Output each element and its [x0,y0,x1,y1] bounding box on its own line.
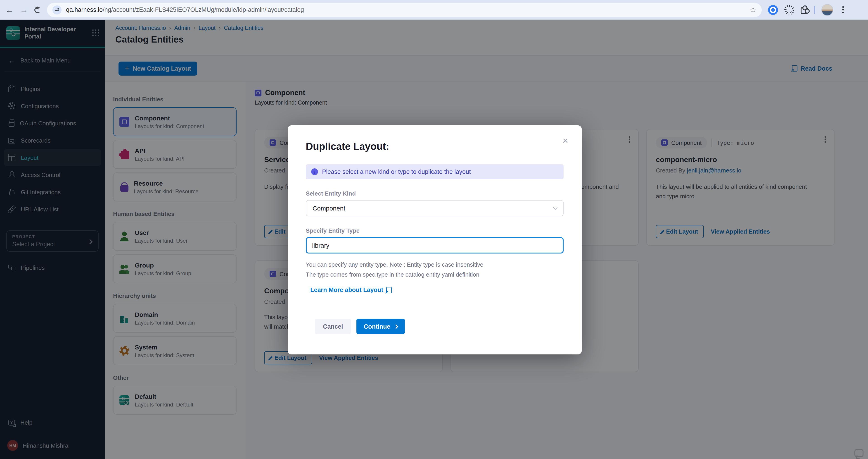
reload-icon[interactable] [34,6,41,13]
app-window: Internal Developer Portal ← Back to Main… [0,20,868,459]
entity-type-input[interactable] [306,237,564,254]
entity-kind-select[interactable]: Component [306,200,564,217]
password-manager-extension-icon[interactable] [768,5,778,15]
cancel-button[interactable]: Cancel [315,319,351,334]
continue-button[interactable]: Continue [356,319,405,334]
toolbar-divider [814,6,815,14]
kind-field-label: Select Entity Kind [306,190,564,197]
learn-more-link[interactable]: Learn More about Layout [310,287,392,293]
bookmark-star-icon[interactable]: ☆ [750,6,756,13]
browser-profile-avatar[interactable] [822,4,833,16]
extension-icon[interactable] [784,5,794,15]
info-icon: i [311,168,318,175]
url-bar[interactable]: qa.harness.io/ng/account/zEaak-FLS425IEO… [47,2,762,17]
browser-toolbar: ← → qa.harness.io/ng/account/zEaak-FLS42… [0,0,868,20]
helper-text: You can specify any entity type. Note : … [306,260,564,279]
duplicate-layout-modal: Duplicate Layout: × i Please select a ne… [288,125,582,354]
forward-icon[interactable]: → [20,6,28,14]
site-settings-icon[interactable] [53,5,62,14]
browser-menu-icon[interactable] [842,9,844,11]
chevron-right-icon [394,324,398,328]
extensions-puzzle-icon[interactable] [801,7,808,14]
close-icon[interactable]: × [560,135,571,146]
modal-buttons: Cancel Continue [315,319,564,334]
chevron-down-icon [553,205,557,209]
modal-title: Duplicate Layout: [306,141,564,152]
back-icon[interactable]: ← [5,6,13,14]
url-text: qa.harness.io/ng/account/zEaak-FLS425IEO… [66,6,745,13]
info-banner: i Please select a new kind or type to du… [306,164,564,179]
doc-arrow-icon [386,287,392,293]
type-field-label: Specify Entity Type [306,227,564,234]
screen: ← → qa.harness.io/ng/account/zEaak-FLS42… [0,0,868,459]
